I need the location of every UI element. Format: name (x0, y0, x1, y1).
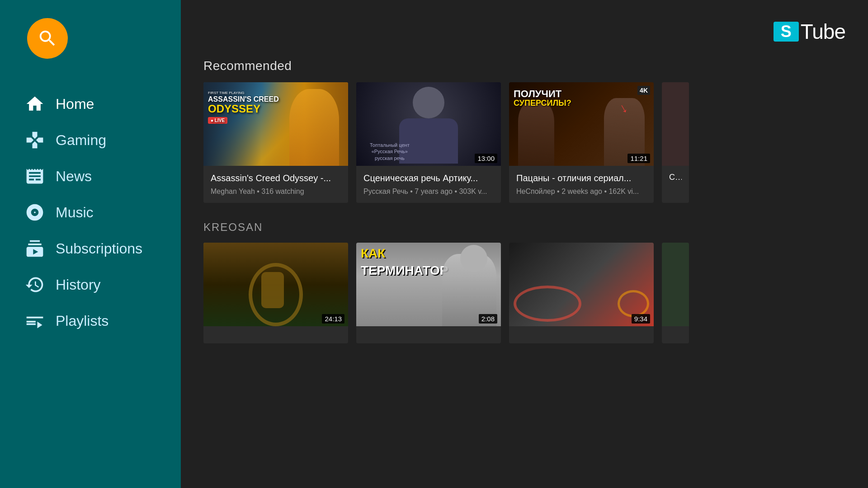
duration-pc: 11:21 (627, 154, 650, 163)
badge-4k: 4K (637, 86, 650, 95)
sidebar-item-label: News (56, 168, 92, 185)
recommended-section: Recommended FIRST TIME PLAYING ASSASSIN'… (203, 59, 845, 203)
thumbnail-k1: 24:13 (203, 243, 348, 326)
sidebar-item-playlists[interactable]: Playlists (0, 303, 181, 339)
sidebar-item-news[interactable]: News (0, 158, 181, 194)
thumbnail-pc: ПОЛУЧИТ СУПЕРСИЛЫ? ↓ 4K 11:21 (509, 82, 654, 166)
news-icon (25, 166, 45, 186)
video-info-ac: Assassin's Creed Odyssey -... Meghan Yea… (203, 166, 348, 203)
video-meta-ru: Русская Речь • 7 years ago • 303K v... (363, 188, 494, 196)
video-meta-ac: Meghan Yeah • 316 watching (211, 188, 341, 196)
music-icon (25, 202, 45, 222)
logo: S Tube (774, 19, 845, 44)
header: S Tube (181, 0, 868, 59)
kreosan-title: KREOSAN (203, 221, 845, 234)
sidebar-item-label: Home (56, 96, 94, 113)
video-title-ru: Сценическая речь Артику... (363, 172, 494, 184)
thumbnail-k3: 9:34 (509, 243, 654, 326)
thumbnail-k2: как ТЕРМИНАТОР 2:08 (356, 243, 501, 326)
recommended-title: Recommended (203, 59, 845, 73)
video-card-k2[interactable]: как ТЕРМИНАТОР 2:08 (356, 243, 501, 343)
video-card-ru[interactable]: Топтальный цент«Русская Речь»русская реч… (356, 82, 501, 203)
sidebar-item-label: Subscriptions (56, 240, 142, 257)
playlists-icon (25, 311, 45, 331)
sidebar-item-label: Playlists (56, 313, 108, 329)
sidebar-item-subscriptions[interactable]: Subscriptions (0, 230, 181, 267)
video-title-pc: Пацаны - отличия сериал... (516, 172, 646, 184)
kreosan-k2-overlay-sub: ТЕРМИНАТОР (361, 263, 448, 278)
thumbnail-ru: Топтальный цент«Русская Речь»русская реч… (356, 82, 501, 166)
search-button[interactable] (27, 18, 68, 59)
sidebar-item-history[interactable]: History (0, 267, 181, 303)
video-title-partial: Co... (669, 172, 682, 183)
video-card-partial[interactable]: Co... (662, 82, 689, 203)
duration-k2: 2:08 (479, 314, 497, 324)
video-info-ru: Сценическая речь Артику... Русская Речь … (356, 166, 501, 203)
video-info-k1 (203, 326, 348, 343)
video-card-k1[interactable]: 24:13 (203, 243, 348, 343)
kreosan-section: KREOSAN 24:13 (203, 221, 845, 343)
sidebar-item-label: Music (56, 204, 94, 221)
recommended-row: FIRST TIME PLAYING ASSASSIN'S CREED ODYS… (203, 82, 845, 203)
video-title-ac: Assassin's Creed Odyssey -... (211, 172, 341, 184)
logo-tube: Tube (801, 19, 845, 44)
kreosan-row: 24:13 как ТЕРМИНАТОР 2:08 (203, 243, 845, 343)
duration-k1: 24:13 (322, 314, 344, 324)
subscriptions-icon (25, 239, 45, 258)
video-info-pc: Пацаны - отличия сериал... НеСпойлер • 2… (509, 166, 654, 203)
sidebar-item-home[interactable]: Home (0, 86, 181, 122)
video-info-k3 (509, 326, 654, 343)
search-icon (37, 28, 58, 49)
thumbnail-k4-partial (662, 243, 689, 326)
thumbnail-ac: FIRST TIME PLAYING ASSASSIN'S CREED ODYS… (203, 82, 348, 166)
content-area: Recommended FIRST TIME PLAYING ASSASSIN'… (181, 59, 868, 361)
main-content: S Tube Recommended FIRST TIME PLAYING AS… (181, 0, 868, 488)
thumbnail-partial (662, 82, 689, 166)
history-icon (25, 275, 45, 295)
video-card-ac[interactable]: FIRST TIME PLAYING ASSASSIN'S CREED ODYS… (203, 82, 348, 203)
video-info-k2 (356, 326, 501, 343)
kreosan-k2-overlay-top: как (361, 247, 385, 260)
video-card-k3[interactable]: 9:34 (509, 243, 654, 343)
video-card-pc[interactable]: ПОЛУЧИТ СУПЕРСИЛЫ? ↓ 4K 11:21 Пацаны - о… (509, 82, 654, 203)
video-card-k4-partial[interactable] (662, 243, 689, 343)
sidebar: Home Gaming News Music Subscriptions His… (0, 0, 181, 488)
duration-ru: 13:00 (475, 154, 497, 163)
logo-s: S (774, 22, 799, 42)
home-icon (25, 94, 45, 114)
video-info-partial: Co... (662, 166, 689, 193)
sidebar-item-gaming[interactable]: Gaming (0, 122, 181, 158)
duration-k3: 9:34 (632, 314, 650, 324)
sidebar-item-label: History (56, 277, 101, 293)
sidebar-item-label: Gaming (56, 132, 106, 149)
video-meta-pc: НеСпойлер • 2 weeks ago • 162K vi... (516, 188, 646, 196)
gaming-icon (25, 130, 45, 150)
sidebar-item-music[interactable]: Music (0, 194, 181, 230)
